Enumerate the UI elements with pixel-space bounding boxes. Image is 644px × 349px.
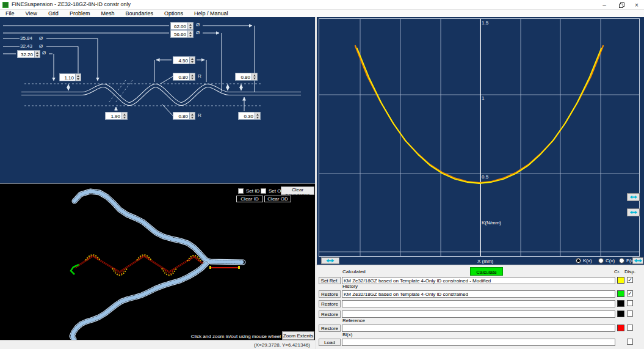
curve-color-swatch[interactable] [617,290,624,297]
cad-drawing [0,17,315,183]
clear-id-button[interactable]: Clear ID [236,196,263,202]
disp-column-header: Disp. [624,269,635,274]
y-tick-0-5: 0.5 [482,174,488,180]
double-arrow-icon [325,259,335,263]
spinner-arrows[interactable] [189,112,195,119]
minimize-button[interactable]: – [597,0,612,10]
clear-boundaries-button[interactable]: Clear boundaries [281,186,314,195]
menu-options[interactable]: Options [159,10,189,18]
restore-button-2[interactable]: Restore [319,300,341,307]
dim-spinner-id-32-20[interactable]: 32.20 [17,50,40,58]
restore-button-1[interactable]: Restore [319,290,341,298]
dim-spinner-56-60[interactable]: 56.60 [170,30,194,38]
spinner-arrows[interactable] [187,31,193,37]
spinner-arrows[interactable] [121,112,127,119]
plot-canvas[interactable] [319,18,640,257]
spinner-arrows[interactable] [187,23,193,29]
display-checkbox[interactable]: ✓ [627,290,633,296]
menu-help[interactable]: Help / Manual [189,10,234,18]
plot-bottom-bar: X (mm) K(x) C(x) F(x) [317,257,644,265]
set-id-checkbox[interactable] [238,188,244,194]
x-range-button-right[interactable] [632,257,643,264]
dia-symbol: Ø [39,35,43,41]
mesh-panel[interactable]: Set ID Set OD Clear boundaries Clear ID … [0,183,315,340]
dim-spinner-0-80-right[interactable]: 0.80 [235,73,258,81]
menu-boundaries[interactable]: Boundaries [120,10,159,18]
display-checkbox[interactable]: ✓ [627,277,633,283]
display-checkbox[interactable] [627,325,633,331]
curve-color-swatch[interactable] [617,277,624,284]
set-od-checkbox[interactable] [261,188,266,194]
cr-column-header: Cr. [614,269,620,274]
dim-spinner-r-0-80-top[interactable]: 0.80 [173,73,195,81]
dim-spinner-1-10[interactable]: 1.10 [59,73,81,81]
close-button[interactable]: × [629,0,644,10]
calculate-button[interactable]: Calculate [470,267,503,276]
restore-button-3[interactable]: Restore [319,310,341,318]
calculated-field[interactable] [342,277,615,284]
spinner-arrows[interactable] [189,73,195,80]
history-field-3[interactable] [342,310,615,318]
title-bar: FINESuspension - ZE32-18GZ-8N-ID constr … [0,0,644,10]
cursor-coordinates: (X=29.3728, Y=6.421346) [254,342,310,348]
load-button[interactable]: Load [319,339,341,346]
history-field-2[interactable] [342,300,615,307]
radio-fx[interactable] [619,258,624,263]
app-icon [2,2,9,8]
zoom-extents-button[interactable]: Zoom Extents [282,331,314,340]
mesh-band-upper [74,191,243,262]
controls-panel: Calculated Calculate Cr. Disp. Set Ref. … [316,265,644,349]
spinner-arrows[interactable] [75,74,81,81]
radius-symbol: R [198,73,201,79]
reference-field[interactable] [342,325,615,332]
curve-color-swatch[interactable] [617,310,624,317]
menu-view[interactable]: View [20,10,43,18]
spinner-arrows[interactable] [251,73,257,80]
dim-spinner-4-50[interactable]: 4.50 [173,56,195,64]
spinner-arrows[interactable] [255,112,260,119]
dim-label-35-84: 35.84 [20,35,32,41]
menu-problem[interactable]: Problem [64,10,96,18]
display-checkbox[interactable] [627,310,633,317]
mesh-view [0,184,315,340]
zoom-hint: Click and zoom in/out using mouse wheel [153,334,281,339]
double-arrow-icon [634,259,642,263]
y-axis-label: K(N/mm) [482,220,501,226]
radio-kx[interactable] [576,258,581,263]
double-arrow-icon [630,210,637,215]
double-arrow-icon [630,195,637,199]
dim-spinner-r-0-80-bottom[interactable]: 0.80 [173,112,195,120]
history-field-1[interactable] [342,290,615,298]
radius-symbol: R [198,112,201,118]
radio-cx[interactable] [598,258,604,263]
x-range-button-left[interactable] [321,257,339,264]
suspension-profile-outline [21,86,301,104]
cad-panel[interactable]: 35.84 32.43 Ø Ø Ø Ø Ø R R 62.00 56.60 32… [0,17,315,183]
dim-spinner-0-30[interactable]: 0.30 [238,112,261,120]
plot-panel: 1.5 1 0.5 K(N/mm) X (mm) K(x) C(x) [317,17,644,265]
menu-mesh[interactable]: Mesh [95,10,120,18]
spinner-arrows[interactable] [34,51,40,57]
restore-button-4[interactable]: Restore [319,325,341,332]
y-scale-button-lower[interactable] [627,208,640,216]
curve-color-swatch[interactable] [617,300,624,307]
blx-field[interactable] [342,339,615,346]
radio-cx-group: C(x) [598,258,615,263]
dim-spinner-1-90[interactable]: 1.90 [105,112,128,120]
blx-label: Bl(x) [342,332,352,337]
restore-button[interactable] [614,0,629,10]
menu-grid[interactable]: Grid [43,10,64,18]
calculated-label: Calculated [342,269,366,274]
menu-file[interactable]: File [0,10,20,18]
y-scale-button-upper[interactable] [627,193,640,201]
app-window: FINESuspension - ZE32-18GZ-8N-ID constr … [0,0,644,349]
stiffness-chart [319,19,639,256]
display-checkbox[interactable] [627,300,633,306]
radio-kx-group: K(x) [576,258,592,263]
curve-color-swatch[interactable] [617,325,624,331]
dim-spinner-od-62[interactable]: 62.00 [170,22,194,30]
spinner-arrows[interactable] [189,57,195,64]
set-ref-button[interactable]: Set Ref. [319,277,341,284]
display-checkbox[interactable] [627,339,633,345]
clear-od-button[interactable]: Clear OD [264,196,291,202]
